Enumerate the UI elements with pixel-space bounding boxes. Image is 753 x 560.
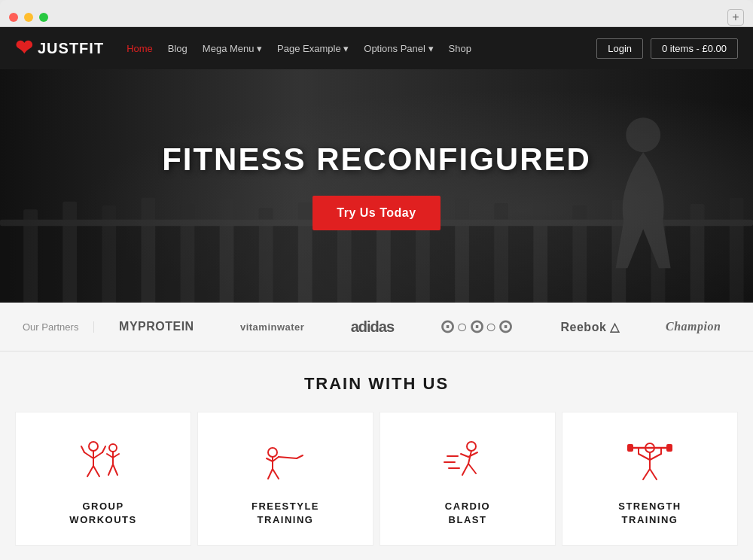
nav-options-panel[interactable]: Options Panel ▾ [364,43,433,54]
site-wrapper: ❤ JUSTFIT Home Blog Mega Menu ▾ Page Exa… [0,27,753,560]
partner-reebok: Reebok △ [561,320,620,334]
svg-point-21 [626,117,660,152]
hero-cta-button[interactable]: Try Us Today [312,196,440,230]
partner-myprotein: MYPROTEIN [119,320,194,333]
svg-line-29 [93,466,99,476]
svg-line-24 [84,452,93,458]
svg-line-38 [267,458,273,461]
nav-page-example[interactable]: Page Example ▾ [277,43,349,54]
svg-line-46 [462,464,468,475]
nav-links: Home Blog Mega Menu ▾ Page Example ▾ Opt… [127,43,596,54]
svg-line-33 [113,454,119,458]
svg-point-44 [467,442,476,451]
svg-line-47 [468,464,476,473]
svg-line-35 [113,464,117,475]
svg-line-27 [102,446,105,452]
freestyle-training-icon [255,435,316,488]
strength-training-label: STRENGTHTRAINING [618,500,681,527]
svg-line-40 [268,469,273,479]
train-section: TRAIN WITH US [0,352,753,560]
new-tab-button[interactable]: + [727,9,744,26]
group-workouts-label: GROUPWORKOUTS [69,500,136,527]
svg-point-36 [268,448,277,457]
svg-line-39 [273,457,279,461]
cardio-blast-label: CARDIOBLAST [445,500,490,527]
cards-grid: GROUPWORKOUTS [15,412,738,546]
card-cardio-blast[interactable]: CARDIOBLAST [380,412,556,546]
nav-blog[interactable]: Blog [168,43,187,54]
section-title: TRAIN WITH US [15,374,738,394]
strength-training-icon [620,435,680,488]
svg-line-58 [650,469,657,479]
svg-rect-63 [667,445,672,451]
svg-line-41 [273,469,279,479]
logo[interactable]: ❤ JUSTFIT [15,38,104,59]
svg-rect-4 [142,198,156,303]
cart-button[interactable]: 0 items - £0.00 [651,38,738,59]
hero-title: FITNESS RECONFIGURED [162,142,591,178]
svg-line-34 [108,464,113,475]
svg-rect-62 [628,445,633,451]
svg-rect-18 [691,204,705,303]
partner-vitaminwater: vitaminwater [240,321,304,333]
svg-rect-2 [62,202,77,303]
partners-logos: MYPROTEIN vitaminwater adidas ⊙○⊙○⊙ Reeb… [109,316,730,337]
partners-label: Our Partners [23,321,94,333]
partners-bar: Our Partners MYPROTEIN vitaminwater adid… [0,303,753,352]
card-group-workouts[interactable]: GROUPWORKOUTS [15,412,191,546]
svg-point-22 [89,442,98,451]
freestyle-training-label: FREESTYLETRAINING [252,500,319,527]
svg-line-57 [643,469,650,479]
svg-rect-19 [730,198,744,303]
nav-shop[interactable]: Shop [449,43,471,54]
svg-line-32 [107,454,113,458]
traffic-light-green[interactable] [39,13,48,22]
navbar: ❤ JUSTFIT Home Blog Mega Menu ▾ Page Exa… [0,27,753,69]
cardio-blast-icon [437,435,498,488]
traffic-light-red[interactable] [9,13,18,22]
svg-line-55 [639,454,650,460]
card-strength-training[interactable]: STRENGTHTRAINING [562,412,738,546]
svg-line-25 [93,452,102,458]
login-button[interactable]: Login [596,38,643,59]
nav-right: Login 0 items - £0.00 [596,38,738,59]
group-workouts-icon [73,435,133,488]
logo-icon: ❤ [15,38,33,59]
logo-text: JUSTFIT [38,40,104,57]
nav-home[interactable]: Home [127,43,153,54]
nav-mega-menu[interactable]: Mega Menu ▾ [203,43,262,54]
svg-line-56 [650,454,661,460]
svg-line-26 [81,446,84,452]
partner-adidas: adidas [351,318,394,336]
svg-line-28 [87,466,93,476]
browser-chrome: + [0,0,753,27]
svg-line-48 [461,454,468,457]
card-freestyle-training[interactable]: FREESTYLETRAINING [197,412,373,546]
svg-point-30 [109,444,117,452]
partner-olympics: ⊙○⊙○⊙ [440,316,514,337]
svg-line-43 [297,455,303,458]
traffic-light-yellow[interactable] [24,13,33,22]
partner-champion: Champion [666,320,721,333]
hero-content: FITNESS RECONFIGURED Try Us Today [162,142,591,230]
hero-section: FITNESS RECONFIGURED Try Us Today [0,69,753,303]
svg-line-42 [279,457,297,458]
